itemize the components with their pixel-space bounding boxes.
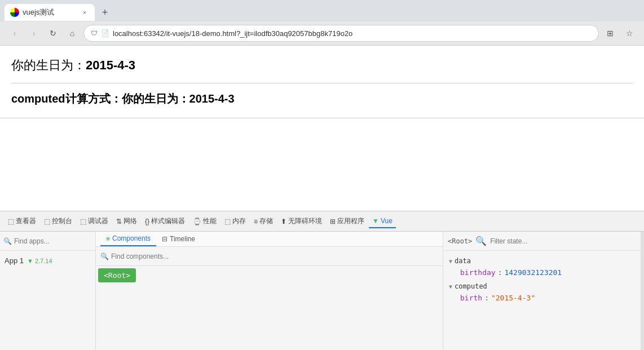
devtools-tool-performance[interactable]: ⌚ 性能	[189, 214, 220, 228]
component-search-icon: 🔍	[100, 252, 109, 260]
tab-title: vuejs测试	[23, 7, 77, 17]
browser-toolbar-icons: ⊞ ☆	[602, 25, 637, 41]
devtools-tool-style-editor-label: 样式编辑器	[151, 216, 185, 226]
memory-icon: ⬚	[224, 218, 231, 225]
devtools-tool-storage[interactable]: ≡ 存储	[250, 214, 276, 228]
birthday-line1-value: 2015-4-3	[86, 58, 135, 72]
birthday-line1-prefix: 你的生日为：	[11, 58, 86, 72]
timeline-tab-label: Timeline	[170, 235, 195, 243]
application-icon: ⊞	[330, 218, 336, 225]
collapse-triangle-data: ▼	[449, 258, 452, 264]
network-icon: ⇅	[116, 218, 122, 225]
address-bar: ‹ › ↻ ⌂ 🛡 📄 localhost:63342/it-vuejs/18-…	[0, 21, 644, 45]
devtools-tool-application-label: 应用程序	[337, 216, 364, 226]
devtools-tool-network[interactable]: ⇅ 网络	[113, 214, 140, 228]
scrollbar[interactable]	[641, 232, 644, 350]
vue-icon: ▼	[372, 217, 379, 225]
browser-chrome: vuejs测试 × + ‹ › ↻ ⌂ 🛡 📄 localhost:63342/…	[0, 0, 644, 46]
devtools-tool-style-editor[interactable]: {} 样式编辑器	[142, 214, 188, 228]
birth-state-item: birth : "2015-4-3"	[443, 292, 641, 304]
devtools-tool-inspector[interactable]: ⬚ 查看器	[5, 214, 39, 228]
devtools-tool-vue[interactable]: ▼ Vue	[369, 215, 396, 228]
computed-line2: computed计算方式：你的生日为：2015-4-3	[11, 91, 633, 107]
collapse-triangle-computed: ▼	[449, 283, 452, 290]
vue-middle-pane: ⎈ Components ⊟ Timeline 🔍 <Root>	[96, 232, 443, 350]
reload-button[interactable]: ↻	[45, 25, 61, 41]
birthday-state-item: birthday : 1429032123201	[443, 267, 641, 278]
birthday-colon: :	[498, 268, 502, 277]
home-button[interactable]: ⌂	[64, 25, 80, 41]
state-filter-input[interactable]	[490, 237, 636, 245]
devtools-tool-debugger[interactable]: ⬚ 调试器	[77, 214, 112, 228]
components-tab-label: Components	[112, 234, 151, 242]
search-icon: 🔍	[3, 237, 12, 245]
birthday-line1: 你的生日为：2015-4-3	[11, 57, 633, 74]
root-tag-label: <Root>	[448, 237, 472, 245]
vue-left-toolbar: 🔍 ↻	[0, 232, 95, 251]
birth-key: birth	[460, 294, 482, 302]
devtools-tool-accessibility-label: 无障碍环境	[288, 216, 322, 226]
computed-line2-value: 2015-4-3	[189, 92, 235, 105]
component-search-input[interactable]	[111, 252, 438, 260]
back-button[interactable]: ‹	[7, 25, 23, 41]
url-bar[interactable]: 🛡 📄 localhost:63342/it-vuejs/18-demo.htm…	[83, 25, 599, 42]
data-section: ▼ data birthday : 1429032123201	[443, 254, 641, 280]
devtools-tool-memory[interactable]: ⬚ 内存	[221, 214, 249, 228]
accessibility-icon: ⬆	[281, 218, 286, 225]
new-tab-button[interactable]: +	[97, 5, 113, 20]
inspector-icon: ⬚	[8, 218, 14, 225]
computed-section-header[interactable]: ▼ computed	[443, 281, 641, 292]
tab-bar: vuejs测试 × +	[0, 0, 644, 21]
app-list: App 1 ▼ 2.7.14	[0, 251, 95, 350]
list-item[interactable]: App 1 ▼ 2.7.14	[0, 253, 95, 268]
divider	[11, 83, 633, 83]
components-tab-icon: ⎈	[106, 234, 110, 242]
filter-search-icon: 🔍	[475, 236, 487, 246]
app-name: App 1	[5, 256, 24, 265]
devtools-tool-vue-label: Vue	[381, 217, 392, 225]
birth-value: "2015-4-3"	[491, 294, 535, 302]
tab-close-button[interactable]: ×	[80, 8, 89, 17]
style-editor-icon: {}	[145, 218, 149, 225]
devtools-tool-console[interactable]: ⬚ 控制台	[41, 214, 76, 228]
browser-tab[interactable]: vuejs测试 ×	[5, 4, 95, 21]
devtools-tool-console-label: 控制台	[52, 216, 72, 226]
data-section-header[interactable]: ▼ data	[443, 255, 641, 267]
star-icon[interactable]: ☆	[621, 25, 637, 41]
app-search-box: 🔍	[3, 237, 99, 245]
forward-button[interactable]: ›	[26, 25, 42, 41]
vue-right-pane: <Root> 🔍 ▼ data birthday : 1429032123201	[443, 232, 641, 350]
app-search-input[interactable]	[14, 237, 99, 245]
root-component[interactable]: <Root>	[98, 268, 136, 282]
devtools-tool-application[interactable]: ⊞ 应用程序	[327, 214, 368, 228]
devtools-panel: ⬚ 查看器 ⬚ 控制台 ⬚ 调试器 ⇅ 网络 {} 样式编辑器 ⌚ 性能 ⬚ 内…	[0, 211, 644, 350]
devtools-tool-accessibility[interactable]: ⬆ 无障碍环境	[277, 214, 325, 228]
vue-right-toolbar: <Root> 🔍	[443, 232, 641, 251]
computed-section: ▼ computed birth : "2015-4-3"	[443, 280, 641, 305]
page-area: 你的生日为：2015-4-3 computed计算方式：你的生日为：2015-4…	[0, 46, 644, 211]
computed-line2-prefix: computed计算方式：你的生日为：	[11, 92, 189, 105]
vue-devtools-panel: 🔍 ↻ App 1 ▼ 2.7.14 ⎈ Compon	[0, 232, 644, 350]
birthday-key: birthday	[460, 268, 496, 277]
devtools-tool-performance-label: 性能	[203, 216, 217, 226]
devtools-tool-debugger-label: 调试器	[88, 216, 108, 226]
shield-icon: 🛡	[91, 29, 98, 37]
app-version: ▼ 2.7.14	[27, 258, 52, 264]
devtools-tool-storage-label: 存储	[259, 216, 273, 226]
vue-middle-toolbar: 🔍	[96, 247, 443, 266]
tab-components[interactable]: ⎈ Components	[100, 232, 156, 246]
birthday-value: 1429032123201	[504, 268, 562, 277]
app-row: App 1 ▼ 2.7.14	[5, 256, 91, 265]
birth-colon: :	[484, 294, 489, 302]
vue-left-pane: 🔍 ↻ App 1 ▼ 2.7.14	[0, 232, 96, 350]
component-tree: <Root>	[96, 266, 443, 350]
url-text: localhost:63342/it-vuejs/18-demo.html?_i…	[113, 29, 592, 38]
tab-timeline[interactable]: ⊟ Timeline	[156, 232, 201, 246]
state-panel: ▼ data birthday : 1429032123201 ▼ comput…	[443, 251, 641, 350]
grid-icon[interactable]: ⊞	[602, 25, 618, 41]
storage-icon: ≡	[254, 218, 258, 225]
timeline-tab-icon: ⊟	[162, 235, 167, 243]
page-content: 你的生日为：2015-4-3 computed计算方式：你的生日为：2015-4…	[0, 46, 644, 118]
console-icon: ⬚	[44, 218, 50, 225]
debugger-icon: ⬚	[80, 218, 86, 225]
